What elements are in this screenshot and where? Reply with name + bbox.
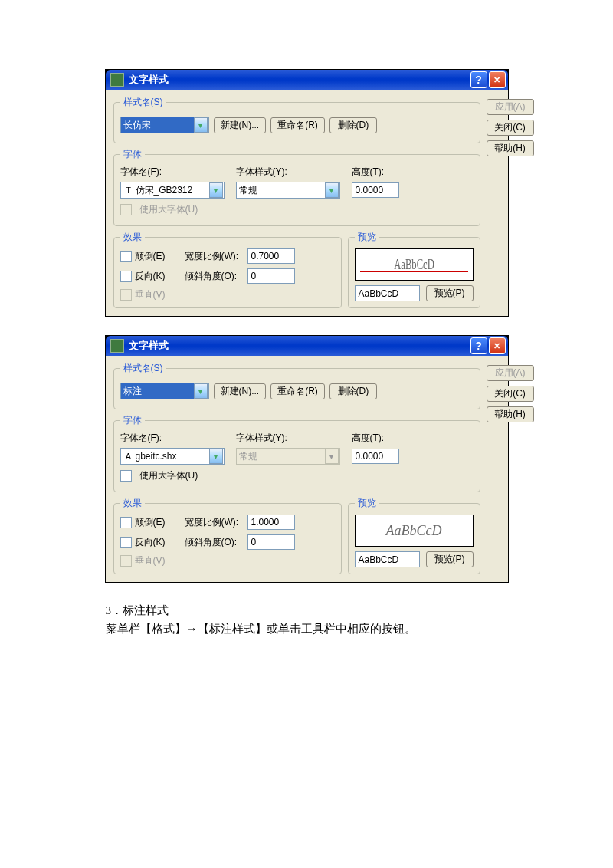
font-group: 字体 字体名(F): 字体样式(Y): 高度(T): A gbeitc.shx … (113, 414, 480, 492)
height-label: 高度(T): (352, 166, 474, 179)
help-button[interactable]: 帮助(H) (487, 140, 534, 156)
big-font-label: 使用大字体(U) (139, 469, 198, 482)
upside-down-checkbox[interactable] (120, 517, 132, 528)
preview-text-input[interactable]: AaBbCcD (355, 285, 420, 301)
font-legend: 字体 (120, 148, 145, 161)
chevron-down-icon (325, 449, 339, 464)
font-style-label: 字体样式(Y): (236, 432, 339, 445)
height-label: 高度(T): (352, 432, 474, 445)
text-style-dialog-1: 文字样式 样式名(S) 长仿宋 新建(N)... 重命名(R) 删除(D) (105, 69, 509, 317)
new-button[interactable]: 新建(N)... (214, 383, 267, 399)
delete-button[interactable]: 删除(D) (329, 117, 377, 133)
chevron-down-icon[interactable] (194, 383, 208, 399)
oblique-label: 倾斜角度(O): (185, 536, 247, 549)
width-factor-input[interactable]: 1.0000 (247, 515, 295, 530)
upside-down-checkbox[interactable] (120, 251, 132, 262)
font-style-combo[interactable]: 常规 (236, 182, 340, 199)
effects-legend: 效果 (120, 497, 145, 510)
big-font-label: 使用大字体(U) (139, 203, 198, 216)
chevron-down-icon[interactable] (194, 117, 208, 133)
backwards-checkbox[interactable] (120, 537, 132, 548)
width-factor-label: 宽度比例(W): (185, 516, 247, 529)
style-name-legend: 样式名(S) (120, 96, 166, 109)
style-name-group: 样式名(S) 长仿宋 新建(N)... 重命名(R) 删除(D) (113, 96, 480, 143)
width-factor-input[interactable]: 0.7000 (247, 248, 295, 264)
font-style-label: 字体样式(Y): (236, 166, 339, 179)
style-name-combo[interactable]: 长仿宋 (120, 117, 209, 133)
apply-button: 应用(A) (487, 365, 534, 381)
effects-group: 效果 颠倒(E) 宽度比例(W): 0.7000 反向(K) 倾斜角度(O): … (113, 231, 342, 308)
app-icon (110, 339, 124, 353)
truetype-icon: T (123, 185, 134, 196)
preview-group: 预览 AaBbCcD AaBbCcD 预览(P) (348, 497, 480, 574)
titlebar-close-button[interactable] (489, 71, 506, 88)
big-font-checkbox[interactable] (120, 470, 132, 482)
width-factor-label: 宽度比例(W): (185, 250, 247, 263)
preview-canvas: AaBbCcD (355, 515, 474, 547)
style-name-legend: 样式名(S) (120, 362, 166, 375)
preview-legend: 预览 (355, 497, 379, 510)
vertical-checkbox (120, 555, 132, 567)
new-button[interactable]: 新建(N)... (214, 117, 267, 133)
font-style-combo: 常规 (236, 448, 340, 465)
backwards-checkbox[interactable] (120, 271, 132, 282)
style-name-group: 样式名(S) 标注 新建(N)... 重命名(R) 删除(D) (113, 362, 480, 409)
preview-legend: 预览 (355, 231, 379, 244)
effects-group: 效果 颠倒(E) 宽度比例(W): 1.0000 反向(K) 倾斜角度(O): … (113, 497, 342, 574)
app-icon (110, 73, 124, 87)
preview-button[interactable]: 预览(P) (426, 285, 474, 301)
preview-button[interactable]: 预览(P) (426, 551, 474, 567)
close-button[interactable]: 关闭(C) (487, 120, 534, 136)
preview-group: 预览 AaBbCcD AaBbCcD 预览(P) (348, 231, 480, 308)
titlebar-help-button[interactable] (470, 337, 487, 354)
titlebar[interactable]: 文字样式 (106, 336, 508, 356)
font-name-combo[interactable]: A gbeitc.shx (120, 448, 225, 465)
chevron-down-icon[interactable] (209, 182, 223, 198)
font-name-label: 字体名(F): (120, 166, 224, 179)
font-group: 字体 字体名(F): 字体样式(Y): 高度(T): T 仿宋_GB2312 常… (113, 148, 480, 226)
apply-button: 应用(A) (487, 99, 534, 115)
oblique-label: 倾斜角度(O): (185, 270, 247, 283)
big-font-checkbox (120, 204, 132, 215)
delete-button[interactable]: 删除(D) (329, 383, 377, 399)
height-input[interactable]: 0.0000 (352, 182, 399, 198)
close-button[interactable]: 关闭(C) (487, 386, 534, 402)
titlebar-close-button[interactable] (489, 337, 506, 354)
rename-button[interactable]: 重命名(R) (270, 117, 325, 133)
height-input[interactable]: 0.0000 (352, 449, 399, 464)
vertical-checkbox (120, 289, 132, 301)
oblique-input[interactable]: 0 (247, 268, 295, 284)
style-name-combo[interactable]: 标注 (120, 383, 209, 399)
oblique-input[interactable]: 0 (247, 534, 295, 550)
chevron-down-icon[interactable] (209, 449, 223, 464)
font-name-label: 字体名(F): (120, 432, 224, 445)
preview-canvas: AaBbCcD (355, 248, 474, 281)
preview-text-input[interactable]: AaBbCcD (355, 551, 420, 567)
dialog-title: 文字样式 (129, 339, 469, 353)
shx-icon: A (123, 451, 134, 462)
dialog-title: 文字样式 (129, 73, 469, 87)
text-style-dialog-2: 文字样式 样式名(S) 标注 新建(N)... 重命名(R) 删除(D) 字体 (105, 335, 509, 583)
effects-legend: 效果 (120, 231, 145, 244)
rename-button[interactable]: 重命名(R) (270, 383, 325, 399)
font-name-combo[interactable]: T 仿宋_GB2312 (120, 182, 225, 199)
help-button[interactable]: 帮助(H) (487, 406, 534, 422)
chevron-down-icon[interactable] (325, 182, 339, 198)
titlebar-help-button[interactable] (470, 71, 487, 88)
document-text: 3．标注样式 菜单栏【格式】→【标注样式】或单击工具栏中相应的按钮。 (106, 601, 508, 638)
titlebar[interactable]: 文字样式 (106, 70, 508, 90)
font-legend: 字体 (120, 414, 145, 427)
